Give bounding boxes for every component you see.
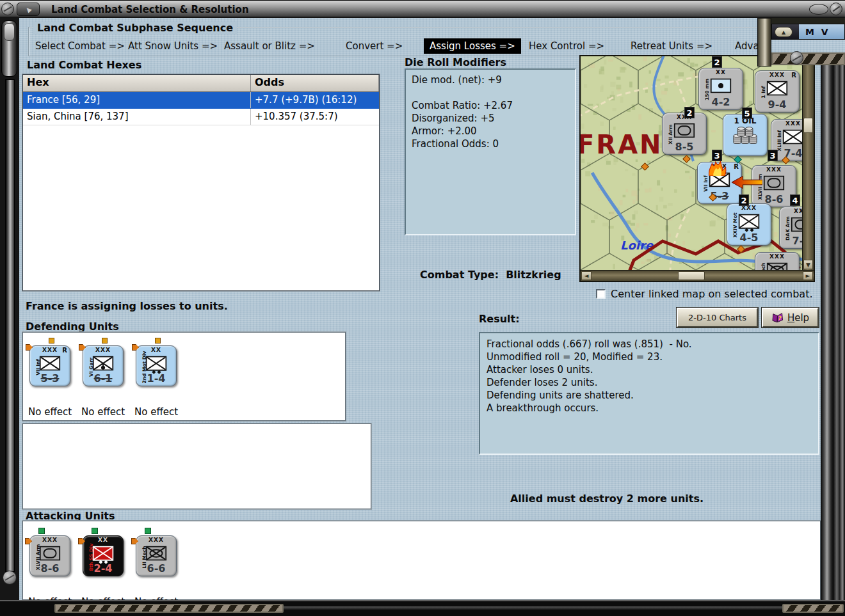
unit-size: XX [136,347,176,353]
unit-counter-150-mm[interactable]: 150 mmXX4-2 [698,68,743,110]
help-button-label: Help [787,312,809,324]
screw-icon [1,3,14,15]
hex-table-row[interactable]: France [56, 29]+7.7 (+9.7B) (16:12) [23,92,379,109]
defending-units-box: VII InfXXXR5-3No effectVI GarrXXX6-1No e… [22,332,346,421]
charts-button[interactable]: 2-D-10 Charts [677,308,758,328]
scroll-left-button[interactable]: ◄ [581,271,592,280]
unit-strength: 5-3 [698,190,741,202]
loss-requirement-message: Allied must destroy 2 more units. [479,493,735,505]
mini-window-edge [771,18,845,24]
center-map-option: Center linked map on selected combat. [596,288,813,300]
mini-window-collapse-button[interactable]: ▲ [775,27,793,37]
armor-symbol-icon [40,546,61,561]
unit-counter-2nd-mot-div[interactable]: 2nd Mot DivXX1-4 [136,345,177,386]
hex-table-row[interactable]: Sian, China [76, 137]+10.357 (37.5:7) [23,109,379,125]
mini-window-strut [757,18,771,67]
cell-hex[interactable]: France [56, 29] [23,92,251,108]
armor-symbol-icon [764,176,785,191]
unit-marker-icon [102,338,108,344]
hex-stack-badge: 3 [768,150,778,161]
modifiers-panel-title: Die Roll Modifiers [405,56,506,68]
window-menu-button[interactable]: ▲ [17,3,40,16]
sequence-step-att-snow-units: Att Snow Units => [128,40,218,52]
unit-size: XXX [727,205,771,211]
unit-flag: R [734,163,739,170]
scrollbar-thumb[interactable] [678,271,705,280]
map-viewport[interactable]: FRANC S Loire 2253324150 mmXX4-21 InfXXX… [581,56,802,270]
unit-size: XXX [771,120,802,127]
unit-counter-vii-inf[interactable]: VII InfXXXR5-3 [29,345,70,386]
handle-icon[interactable] [809,4,828,15]
scrollbar-thumb[interactable] [803,118,813,133]
unit-counter-8th-ss-div[interactable]: 8th SS DivXX2-4 [83,535,124,576]
oil-barrels-icon [732,127,759,145]
unit-effect-label: No effect [81,406,131,418]
modifier-line: Armor: +2.00 [412,125,569,138]
unit-counter-1-oil[interactable]: 1 OIL [723,114,768,156]
unit-marker-icon [92,528,98,534]
hazard-stripe-bar [54,604,284,613]
unit-flag: R [62,347,67,354]
unit-counter-xii-arm[interactable]: XII ArmXXX8-5 [662,113,707,155]
modifier-line: Fractional Odds: 0 [412,138,569,150]
unit-counter-lii-mech[interactable]: LII MechXXX6-6 [755,252,800,270]
mini-window-body [771,40,845,52]
cell-hex[interactable]: Sian, China [76, 137] [23,109,251,125]
unit-strength: 9-4 [755,99,799,111]
screw-icon [3,571,17,585]
unit-cell: VII InfXXXR5-3No effect [28,345,78,422]
defending-units-title: Defending Units [26,320,119,333]
modifier-line: Combat Ratio: +2.67 [412,99,569,112]
checkbox-label: Center linked map on selected combat. [611,288,813,300]
unit-strength: 6-1 [83,372,123,384]
unit-counter-1-inf[interactable]: 1 InfXXXR9-4 [755,70,800,113]
unit-marker-icon [38,528,45,534]
application-window: ▲ Land Combat Selection & Resolution Lan… [0,0,845,616]
window-titlebar[interactable]: ▲ Land Combat Selection & Resolution [0,0,845,18]
mech-symbol-icon [146,546,167,561]
unit-counter-vi-garr[interactable]: VI GarrXXX6-1 [83,345,124,386]
hazard-stripe-bar [771,52,845,65]
scroll-down-button[interactable]: ▼ [803,260,813,269]
triangle-icon: ▲ [782,29,785,35]
mech-symbol-icon [767,263,788,271]
unit-strength: 5-3 [30,372,70,384]
frame-slider-knob[interactable] [1,20,17,77]
mini-window-title: M V [799,24,844,39]
unit-counter-xxiv-mot[interactable]: XXIV MotXXX4-5 [727,203,771,246]
unit-counter-lii-mech[interactable]: LII MechXXX6-6 [136,535,177,576]
hex-stack-badge: 4 [790,194,800,206]
combat-type-line: Combat Type: Blitzkrieg [420,269,561,281]
hex-stack-badge: 2 [712,56,722,68]
result-panel: Fractional odds (.667) roll was (.851) -… [479,332,819,455]
help-button[interactable]: ? Help [762,308,819,328]
column-header-odds[interactable]: Odds [251,75,379,91]
hex-stack-badge: 3 [712,150,722,161]
center-map-checkbox[interactable] [596,289,606,299]
status-text: France is assigning losses to units. [26,300,228,312]
unit-marker-icon [155,338,161,344]
modifier-line: Die mod. (net): +9 [412,74,569,86]
attacking-units-box: XLVII ArmXXX8-6No effect8th SS DivXX2-4N… [22,521,821,600]
hex-stack-badge: 2 [739,194,749,206]
column-header-hex[interactable]: Hex [23,75,251,91]
unit-counter-dak-arm[interactable]: DAK ArmXXX7-6 [779,207,802,249]
unit-counter-xlvii-arm[interactable]: XLVII ArmXXX8-6 [29,535,70,576]
sequence-step-adva: Adva [735,40,759,52]
map-vertical-scrollbar[interactable]: ▼ [802,56,814,270]
result-line: A breakthrough occurs. [487,402,812,415]
unit-size: XXX [755,253,799,260]
triangle-icon: ▲ [24,5,32,13]
unit-size: XXX [780,208,802,214]
scroll-right-button[interactable]: ► [803,271,813,280]
unit-flag: R [791,72,796,79]
cell-odds[interactable]: +10.357 (37.5:7) [251,109,379,125]
map-horizontal-scrollbar[interactable]: ◄ ► [581,270,814,281]
subphase-groupbox-label: Land Combat Subphase Sequence [33,22,237,34]
unit-size: XXX [752,166,796,173]
unit-strength: 2-4 [83,562,123,574]
mini-window-titlebar[interactable]: ▲ M V [771,24,845,40]
cell-odds[interactable]: +7.7 (+9.7B) (16:12) [251,92,379,108]
frame-rail [284,606,782,610]
result-line: Unmodified roll = 20, Modified = 23. [487,351,812,363]
